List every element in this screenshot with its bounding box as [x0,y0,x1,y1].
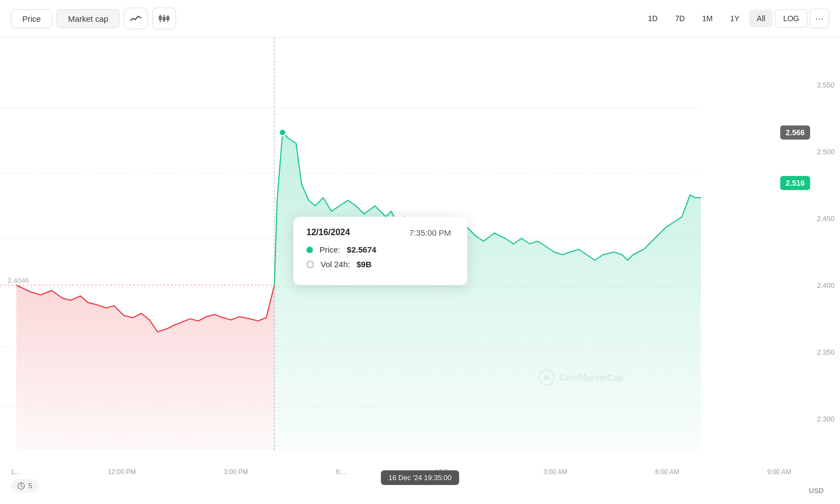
tooltip-header: 12/16/2024 7:35:00 PM [306,228,451,237]
price-tab[interactable]: Price [11,9,52,28]
y-label-2400: 2.400 [812,281,835,289]
y-label-2550: 2.550 [812,81,835,89]
x-label-3pm: 3:00 PM [224,468,248,476]
7d-btn[interactable]: 7D [667,10,692,27]
tooltip-price-row: Price: $2.5674 [306,245,451,254]
market-cap-tab[interactable]: Market cap [57,9,120,28]
history-icon [17,482,25,490]
more-btn[interactable]: ··· [810,9,829,28]
1m-btn[interactable]: 1M [694,10,720,27]
y-label-2450: 2.450 [812,215,835,223]
tooltip-vol-row: Vol 24h: $9B [306,260,451,269]
y-label-2350: 2.350 [812,348,835,356]
usd-label: USD [809,487,824,495]
x-label-9am: 9:00 AM [767,468,791,476]
x-label-3am: 3:00 AM [543,468,567,476]
chart-tooltip: 12/16/2024 7:35:00 PM Price: $2.5674 Vol… [293,217,467,285]
svg-text:M: M [544,374,550,382]
x-label-noon: 12:00 PM [108,468,136,476]
svg-marker-17 [274,133,701,450]
tooltip-time: 7:35:00 PM [409,228,451,237]
history-count: 5 [28,482,32,490]
high-price-badge: 2.566 [780,125,810,140]
top-bar: Price Market cap 1D 7D 1M 1Y All LOG ··· [0,0,840,37]
svg-text:2.4046: 2.4046 [8,276,29,285]
tooltip-price-value: $2.5674 [347,245,376,254]
x-label-6am: 6:00 AM [655,468,679,476]
x-label-1: 1... [11,468,20,476]
tooltip-price-label: Price: [319,245,340,254]
all-btn[interactable]: All [749,10,773,27]
tooltip-vol-label: Vol 24h: [321,260,350,269]
tooltip-vol-value: $9B [356,260,372,269]
log-btn[interactable]: LOG [775,9,807,28]
x-label-6pm: 6:... [336,468,347,476]
svg-point-18 [279,129,286,136]
1y-btn[interactable]: 1Y [723,10,747,27]
candle-chart-btn[interactable] [152,8,176,29]
history-badge[interactable]: 5 [11,479,39,493]
time-cursor: 16 Dec '24 19:35:00 [381,470,459,485]
svg-text:CoinMarketCap: CoinMarketCap [560,373,624,382]
price-dot-icon [306,247,313,253]
y-axis: 2.550 2.500 2.450 2.400 2.350 2.300 [812,81,835,423]
svg-marker-16 [16,285,274,450]
left-controls: Price Market cap [11,8,176,29]
tooltip-date: 12/16/2024 [306,228,350,237]
1d-btn[interactable]: 1D [640,10,665,27]
y-label-2300: 2.300 [812,415,835,423]
y-label-2500: 2.500 [812,148,835,156]
right-controls: 1D 7D 1M 1Y All LOG ··· [640,9,829,28]
line-chart-btn[interactable] [124,8,148,29]
chart-area: 2.4046 M CoinMarketCap 2.550 2.500 2.450… [0,37,840,500]
vol-icon [306,261,314,268]
current-price-badge: 2.516 [780,176,810,190]
